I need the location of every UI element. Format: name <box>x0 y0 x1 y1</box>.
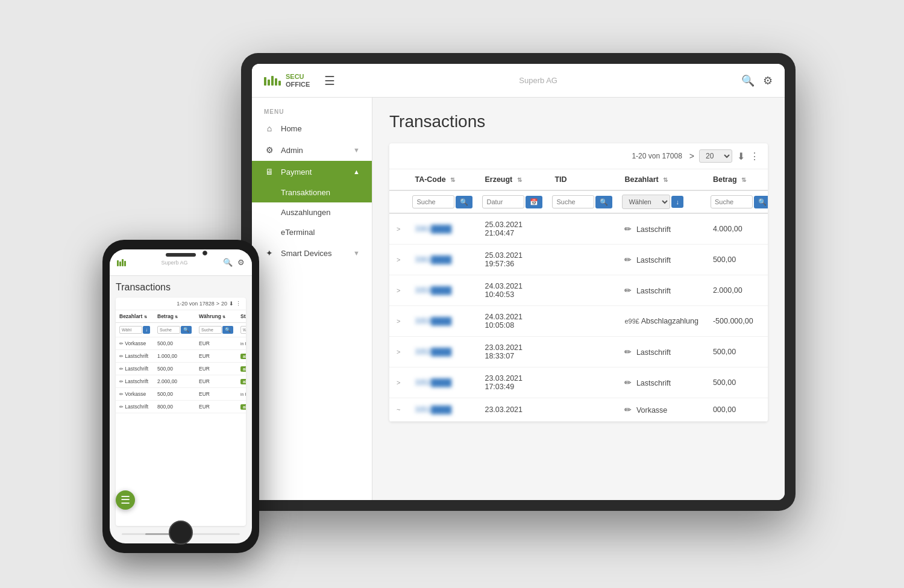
phone-bezahlart-filter-btn[interactable]: ↓ <box>143 326 150 334</box>
logo-text: SECUOFFICE <box>286 73 310 87</box>
tid-filter-input[interactable] <box>552 195 594 208</box>
phone-waehrung: EUR <box>195 401 237 413</box>
filter-tid: 🔍 <box>547 190 617 213</box>
erzeugt-value: 24.03.202110:40:53 <box>477 275 547 306</box>
betrag-value: 500,00 <box>706 337 768 367</box>
tid-value <box>547 245 617 275</box>
phone-settings-icon[interactable]: ⚙ <box>237 258 245 267</box>
download-button[interactable]: ⬇ <box>737 151 745 162</box>
phone-table-row[interactable]: ✏ Vorkasse 500,00 EUR in Prüfung <box>116 388 246 401</box>
phone-bezahlart: ✏ Lastschrift <box>116 375 154 388</box>
logo-bars <box>264 76 281 86</box>
phone-fab-button[interactable]: ☰ <box>116 490 135 510</box>
phone-table-row[interactable]: ✏ Vorkasse 500,00 EUR in Prüfung <box>116 337 246 350</box>
more-options-button[interactable]: ⋮ <box>750 151 759 162</box>
phone-betrag-filter-btn[interactable]: 🔍 <box>181 326 192 334</box>
sidebar-item-smart-devices[interactable]: ✦ Smart Devices ▼ <box>252 242 372 264</box>
phone-waehrung-filter[interactable] <box>199 326 222 334</box>
phone-bezahlart: ✏ Lastschrift <box>116 350 154 363</box>
sidebar-item-home[interactable]: ⌂ Home <box>252 117 372 139</box>
phone-bezahlart: ✏ Vorkasse <box>116 337 154 350</box>
phone-table-row[interactable]: ✏ Lastschrift 1.000,00 EUR abgeschlo <box>116 350 246 363</box>
pagination-next[interactable]: > <box>689 151 694 161</box>
phone-table-container: 1-20 von 17828 > 20 ⬇ ⋮ Bezahlart ⇅ Betr… <box>116 298 246 526</box>
phone-status: abgeschlo <box>240 366 246 372</box>
bezahlart-filter-select[interactable]: Wählen Lastschrift Vorkasse Abschlagzahl… <box>622 195 670 209</box>
phone-col-waehrung: Währung ⇅ <box>195 310 237 323</box>
sidebar-sub-item-eterminal[interactable]: eTerminal <box>252 222 372 242</box>
tid-value <box>547 306 617 337</box>
table-row[interactable]: > 3352████ 23.03.202118:33:07 ✏ Lastschr… <box>389 337 768 367</box>
bezahlart-value: ✏ Lastschrift <box>617 337 705 367</box>
phone-table-row[interactable]: ✏ Lastschrift 2.000,00 EUR abgeschlo <box>116 375 246 388</box>
phone-pay-icon: ✏ <box>119 392 124 397</box>
col-erzeugt[interactable]: Erzeugt ⇅ <box>477 169 547 190</box>
row-expand-icon[interactable]: > <box>397 225 400 233</box>
col-betrag[interactable]: Betrag ⇅ <box>706 169 768 190</box>
phone-device: Superb AG 🔍 ⚙ Transactions 1-20 von 1782… <box>102 240 259 553</box>
phone-waehrung: EUR <box>195 337 237 350</box>
table-row[interactable]: > 3361████ 25.03.202119:57:36 ✏ Lastschr… <box>389 245 768 275</box>
hamburger-icon[interactable]: ☰ <box>324 74 335 88</box>
betrag-filter-input[interactable] <box>711 195 753 208</box>
erzeugt-value: 23.03.2021 <box>477 398 547 422</box>
sidebar-item-admin[interactable]: ⚙ Admin ▼ <box>252 139 372 161</box>
row-expand-icon[interactable]: > <box>397 379 400 386</box>
table-row[interactable]: > 3361████ 25.03.202121:04:47 ✏ Lastschr… <box>389 213 768 245</box>
phone-home-button[interactable] <box>169 521 193 545</box>
table-row[interactable]: ~ 3351████ 23.03.2021 ✏ Vorkasse 000,00 … <box>389 398 768 422</box>
bezahlart-filter-button[interactable]: ↓ <box>671 196 683 208</box>
col-bezahlart[interactable]: Bezahlart ⇅ <box>617 169 705 190</box>
table-row[interactable]: > 3352████ 23.03.202117:03:49 ✏ Lastschr… <box>389 367 768 398</box>
ta-code-filter-button[interactable]: 🔍 <box>456 196 472 208</box>
phone-status-filter[interactable] <box>240 326 246 334</box>
per-page-select[interactable]: 20 50 100 <box>699 149 732 163</box>
phone-status: in Prüfung <box>240 342 246 346</box>
search-icon[interactable]: 🔍 <box>741 74 755 87</box>
table-row[interactable]: > 3353████ 24.03.202110:40:53 ✏ Lastschr… <box>389 275 768 306</box>
phone-pay-icon: ✏ <box>119 379 124 384</box>
phone-per-page: 20 <box>221 301 227 307</box>
erzeugt-value: 25.03.202121:04:47 <box>477 213 547 245</box>
eterminal-label: eTerminal <box>281 228 315 237</box>
row-expand-icon[interactable]: > <box>397 317 400 325</box>
betrag-value: 500,00 <box>706 367 768 398</box>
sidebar-sub-item-transaktionen[interactable]: Transaktionen <box>252 183 372 202</box>
pagination-range: 1-20 von 17008 <box>632 152 682 160</box>
table-row[interactable]: > 3353████ 24.03.202110:05:08 e99£ Absch… <box>389 306 768 337</box>
sidebar-item-payment[interactable]: 🖥 Payment ▲ <box>252 161 372 183</box>
phone-table-row[interactable]: ✏ Lastschrift 800,00 EUR abgeschlo <box>116 401 246 413</box>
logo: SECUOFFICE ☰ <box>264 73 335 87</box>
phone-more-icon[interactable]: ⋮ <box>236 301 241 307</box>
row-expand-icon[interactable]: > <box>397 256 400 263</box>
row-expand-icon[interactable]: > <box>397 348 400 355</box>
erzeugt-filter-input[interactable] <box>482 195 524 208</box>
erzeugt-filter-button[interactable]: 📅 <box>526 196 542 208</box>
payment-type-icon: ✏ <box>624 347 632 357</box>
tid-filter-button[interactable]: 🔍 <box>595 196 612 208</box>
row-expand-icon[interactable]: > <box>397 287 400 294</box>
phone-table-row[interactable]: ✏ Lastschrift 500,00 EUR abgeschlo <box>116 363 246 375</box>
phone-company-name: Superb AG <box>126 260 223 266</box>
row-expand-icon[interactable]: ~ <box>397 406 400 413</box>
phone-waehrung-filter-btn[interactable]: 🔍 <box>222 326 233 334</box>
sidebar-payment-label: Payment <box>281 167 347 177</box>
phone-bezahlart-filter[interactable] <box>119 326 142 334</box>
betrag-value: -500.000,00 <box>706 306 768 337</box>
phone-betrag-filter[interactable] <box>157 326 180 334</box>
phone-pagination-arrow[interactable]: > <box>216 301 219 307</box>
sidebar-sub-item-auszahlungen[interactable]: Auszahlungen <box>252 202 372 222</box>
tablet-topbar: SECUOFFICE ☰ Superb AG 🔍 ⚙ <box>252 64 785 98</box>
settings-icon[interactable]: ⚙ <box>763 74 773 87</box>
ta-code-filter-input[interactable] <box>412 195 454 208</box>
phone-col-status: Status <box>237 310 246 323</box>
betrag-filter-button[interactable]: 🔍 <box>754 196 768 208</box>
phone-betrag: 500,00 <box>154 337 195 350</box>
col-expand <box>389 169 407 190</box>
logo-secu: SECU <box>286 73 304 80</box>
phone-download-icon[interactable]: ⬇ <box>229 301 234 307</box>
phone-search-icon[interactable]: 🔍 <box>223 258 233 267</box>
main-content: Transactions 1-20 von 17008 > 20 50 100 … <box>372 98 785 500</box>
betrag-value: 4.000,00 <box>706 213 768 245</box>
col-ta-code[interactable]: TA-Code ⇅ <box>407 169 477 190</box>
